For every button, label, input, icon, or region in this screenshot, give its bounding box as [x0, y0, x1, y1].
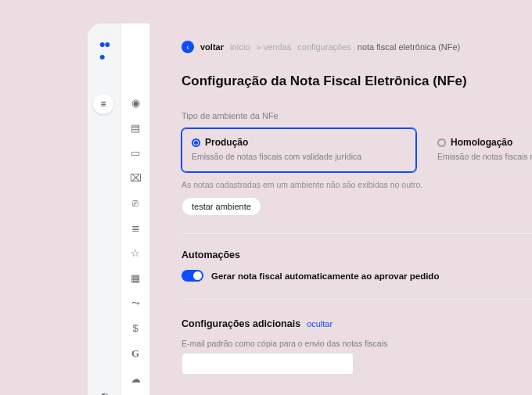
radio-on-icon	[192, 138, 200, 147]
auto-invoice-label: Gerar nota fiscal automaticamente ao apr…	[211, 271, 439, 281]
divider	[182, 299, 532, 300]
env-option-producao[interactable]: Produção Emissão de notas fiscais com va…	[182, 128, 416, 172]
module-sidebar: ◉ ▤ ▭ ⌧ ⎚ ≣ ☆ ▦ ⤳ $ G ☁ ⛟ ↺ ✎	[120, 23, 150, 395]
logo-icon: ●●●	[99, 38, 110, 63]
back-button[interactable]: ‹	[182, 41, 194, 53]
breadcrumb: ‹ voltar início » vendas configurações n…	[182, 41, 532, 53]
finance-icon[interactable]: $	[129, 322, 142, 334]
crumb-home[interactable]: início	[230, 42, 250, 52]
apps-icon[interactable]: ▦	[129, 272, 142, 284]
menu-toggle-button[interactable]: ≡	[93, 94, 113, 114]
test-environment-button[interactable]: testar ambiente	[182, 197, 261, 216]
page-title: Configuração da Nota Fiscal Eletrônica (…	[182, 74, 532, 89]
list-icon[interactable]: ≣	[129, 222, 142, 234]
google-icon[interactable]: G	[129, 347, 142, 360]
cloud-icon[interactable]: ☁	[129, 373, 142, 385]
email-copy-label: E-mail padrão como cópia para o envio da…	[182, 339, 532, 348]
radio-off-icon	[437, 138, 446, 147]
documents-icon[interactable]: ▤	[129, 122, 142, 134]
crumb-current: nota fiscal eletrônica (NFe)	[358, 42, 460, 52]
auto-invoice-toggle[interactable]	[182, 270, 203, 282]
favorites-icon[interactable]: ☆	[129, 247, 142, 259]
products-icon[interactable]: ▭	[129, 147, 142, 159]
briefcase-icon[interactable]: ⌧	[129, 172, 142, 184]
crumb-sales[interactable]: » vendas	[257, 42, 292, 52]
additional-heading: Configurações adicionais	[182, 318, 300, 329]
overview-icon[interactable]: ◉	[129, 97, 142, 109]
outer-sidebar: ●●● ≡ ◐ ? ◎	[88, 23, 120, 395]
email-copy-input[interactable]	[182, 353, 354, 375]
divider	[182, 233, 532, 234]
back-label[interactable]: voltar	[200, 42, 224, 52]
reports-icon[interactable]: ⤳	[129, 297, 142, 309]
automations-heading: Automações	[182, 250, 532, 260]
inbox-icon[interactable]: ⎚	[129, 197, 142, 209]
env-label: Tipo de ambiente da NFe	[182, 111, 532, 120]
env-option-homologacao[interactable]: Homologação Emissão de notas fiscais no …	[427, 128, 532, 172]
main-content: ‹ voltar início » vendas configurações n…	[150, 23, 532, 395]
hide-additional-link[interactable]: ocultar	[307, 319, 332, 329]
env-hint: As notas cadastradas em um ambiente não …	[182, 180, 532, 189]
contrast-icon[interactable]: ◐	[100, 390, 109, 395]
crumb-settings[interactable]: configurações	[297, 42, 351, 52]
